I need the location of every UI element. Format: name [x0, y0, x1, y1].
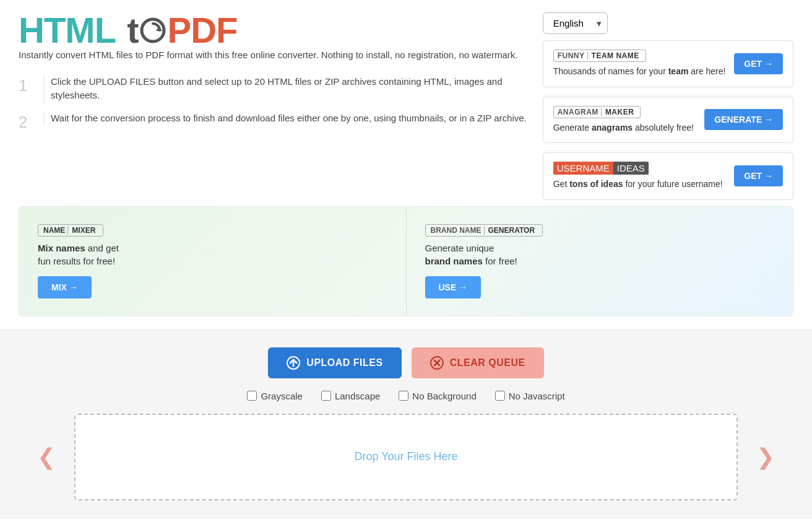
logo-html: HTML: [19, 12, 116, 48]
step-1-text: Click the UPLOAD FILES button and select…: [43, 75, 543, 103]
carousel-right-button[interactable]: ❯: [750, 444, 781, 470]
banner-1-mix-button[interactable]: MIX →: [38, 276, 92, 298]
svg-marker-1: [156, 26, 162, 31]
drop-zone[interactable]: Drop Your Files Here: [74, 414, 738, 500]
banner-1-badge: NAME MIXER: [38, 224, 103, 237]
step-1-number: 1: [19, 75, 43, 95]
ad-3-content: USERNAME IDEAS Get tons of ideas for you…: [553, 162, 726, 191]
ad-1-get-button[interactable]: GET →: [734, 53, 783, 74]
upload-files-button[interactable]: UPLOAD FILES: [268, 347, 401, 378]
ad-funny-team-name: FUNNY TEAM NAME Thousands of names for y…: [543, 40, 793, 87]
no-background-label: No Background: [412, 391, 476, 401]
language-selector[interactable]: English French Spanish German: [543, 12, 608, 34]
no-javascript-label: No Javascript: [509, 391, 565, 401]
ad-3-desc: Get tons of ideas for your future userna…: [553, 178, 726, 191]
drop-text: Drop Your Files Here: [354, 450, 457, 463]
ad-2-generate-button[interactable]: GENERATE →: [704, 109, 783, 130]
logo: HTML t PDF: [19, 12, 543, 48]
grayscale-checkbox[interactable]: [247, 391, 257, 401]
ad-1-content: FUNNY TEAM NAME Thousands of names for y…: [553, 50, 726, 78]
banner-2-use-button[interactable]: USE →: [425, 276, 482, 298]
clear-icon: [430, 356, 444, 370]
banner-2-badge-sep: GENERATOR: [484, 226, 535, 235]
banner-name-mixer: NAME MIXER Mix names and getfun results …: [19, 207, 407, 316]
clear-queue-label: CLEAR QUEUE: [450, 357, 525, 368]
carousel-left-button[interactable]: ❮: [31, 444, 62, 470]
landscape-checkbox[interactable]: [321, 391, 331, 401]
ad-2-badge: ANAGRAM MAKER: [553, 106, 641, 118]
grayscale-label: Grayscale: [261, 391, 303, 401]
drop-zone-container: ❮ Drop Your Files Here ❯: [37, 414, 775, 500]
landscape-option[interactable]: Landscape: [321, 391, 380, 401]
landscape-label: Landscape: [335, 391, 380, 401]
options-row: Grayscale Landscape No Background No Jav…: [19, 391, 793, 401]
banner-container: NAME MIXER Mix names and getfun results …: [19, 206, 793, 316]
banner-brand-name-generator: BRAND NAME GENERATOR Generate uniquebran…: [407, 207, 793, 316]
grayscale-option[interactable]: Grayscale: [247, 391, 303, 401]
logo-to: t: [117, 12, 166, 48]
language-dropdown[interactable]: English French Spanish German: [543, 12, 608, 34]
ad-username-ideas: USERNAME IDEAS Get tons of ideas for you…: [543, 152, 793, 200]
banner-1-badge-sep: MIXER: [67, 226, 95, 235]
ad-3-badge-ideas: IDEAS: [613, 162, 649, 175]
banner-1-desc: Mix names and getfun results for free!: [38, 242, 119, 268]
step-2-number: 2: [19, 111, 43, 132]
no-javascript-option[interactable]: No Javascript: [495, 391, 565, 401]
ad-3-badge-wrapper: USERNAME IDEAS: [553, 162, 649, 175]
upload-section: UPLOAD FILES CLEAR QUEUE Grayscale Lands…: [0, 329, 812, 519]
page-description: Instantly convert HTML files to PDF form…: [19, 48, 526, 63]
ad-2-content: ANAGRAM MAKER Generate anagrams absolute…: [553, 106, 696, 134]
ad-2-badge-anagram: ANAGRAM: [558, 108, 598, 116]
logo-arrow-icon: [140, 17, 166, 43]
banner-2-desc: Generate uniquebrand names for free!: [425, 242, 517, 268]
upload-icon: [287, 356, 300, 370]
upload-buttons-row: UPLOAD FILES CLEAR QUEUE: [19, 347, 793, 378]
step-1: 1 Click the UPLOAD FILES button and sele…: [19, 75, 543, 103]
ad-divider-1: [543, 95, 793, 95]
ad-1-badge-funny: FUNNY: [558, 51, 585, 60]
clear-queue-button[interactable]: CLEAR QUEUE: [412, 347, 544, 378]
ad-1-desc: Thousands of names for your team are her…: [553, 66, 726, 78]
no-background-checkbox[interactable]: [399, 391, 408, 401]
logo-pdf: PDF: [168, 12, 238, 48]
banner-2-badge: BRAND NAME GENERATOR: [425, 224, 543, 237]
ad-2-badge-sep: MAKER: [601, 108, 634, 116]
ad-divider-2: [543, 150, 793, 151]
banner-section: NAME MIXER Mix names and getfun results …: [0, 206, 812, 329]
ad-2-desc: Generate anagrams absolutely free!: [553, 122, 696, 134]
step-2-text: Wait for the conversion process to finis…: [43, 111, 527, 126]
step-2: 2 Wait for the conversion process to fin…: [19, 111, 543, 132]
steps-list: 1 Click the UPLOAD FILES button and sele…: [19, 75, 543, 132]
ad-3-get-button[interactable]: GET →: [734, 165, 783, 186]
ad-anagram-maker: ANAGRAM MAKER Generate anagrams absolute…: [543, 97, 793, 144]
banner-2-badge-brand: BRAND NAME: [431, 226, 482, 235]
banner-1-badge-name: NAME: [43, 226, 65, 235]
no-background-option[interactable]: No Background: [399, 391, 476, 401]
ad-1-badge: FUNNY TEAM NAME: [553, 50, 646, 62]
ad-3-badge-username: USERNAME: [553, 162, 613, 175]
upload-files-label: UPLOAD FILES: [306, 357, 382, 368]
ad-1-badge-sep: TEAM NAME: [587, 51, 639, 60]
no-javascript-checkbox[interactable]: [495, 391, 505, 401]
